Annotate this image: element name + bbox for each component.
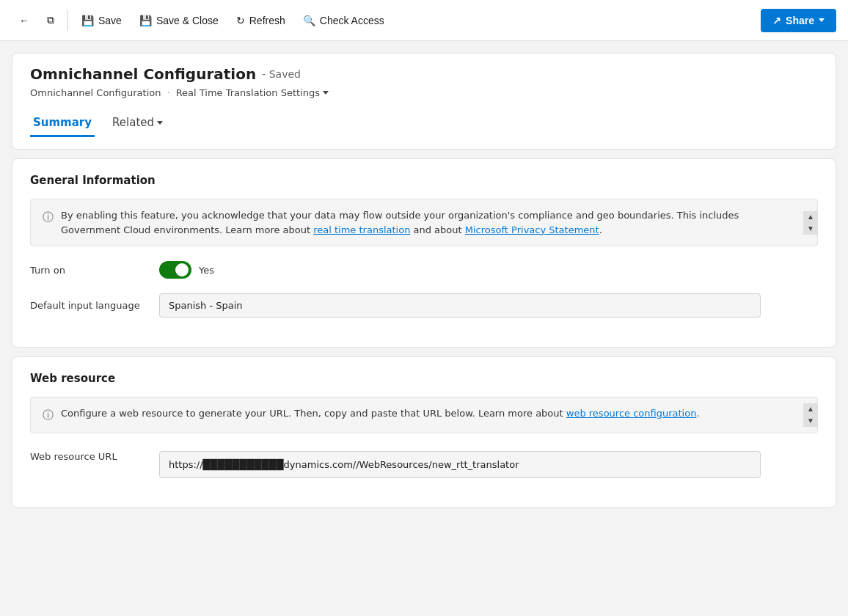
breadcrumb-item2: Real Time Translation Settings bbox=[176, 87, 320, 98]
default-language-label: Default input language bbox=[30, 300, 147, 311]
refresh-icon: ↻ bbox=[236, 15, 245, 26]
general-information-card: General Information ⓘ By enabling this f… bbox=[12, 158, 836, 348]
web-url-field-wrapper: https://███████████dynamics.com//WebReso… bbox=[159, 451, 761, 478]
web-url-label: Web resource URL bbox=[30, 451, 147, 462]
default-language-field[interactable]: Spanish - Spain bbox=[159, 293, 761, 318]
web-resource-info-box-wrapper: ⓘ Configure a web resource to generate y… bbox=[30, 397, 818, 433]
web-resource-config-link[interactable]: web resource configuration bbox=[566, 408, 697, 419]
real-time-translation-link[interactable]: real time translation bbox=[313, 224, 410, 235]
refresh-label: Refresh bbox=[249, 15, 285, 26]
web-info-text-end: . bbox=[696, 408, 699, 419]
info-text-end: . bbox=[599, 224, 602, 235]
web-resource-card: Web resource ⓘ Configure a web resource … bbox=[12, 356, 836, 508]
save-button[interactable]: 💾 Save bbox=[74, 10, 129, 31]
turn-on-row: Turn on Yes bbox=[30, 261, 818, 279]
save-close-label: Save & Close bbox=[156, 15, 219, 26]
breadcrumb-chevron-icon bbox=[323, 91, 329, 95]
info-scroll-buttons: ▲ ▼ bbox=[803, 199, 818, 246]
default-language-row: Default input language Spanish - Spain bbox=[30, 293, 818, 318]
web-url-value: https://███████████dynamics.com//WebReso… bbox=[169, 459, 519, 470]
main-content: Omnichannel Configuration - Saved Omnich… bbox=[0, 41, 848, 520]
share-label: Share bbox=[786, 15, 814, 26]
tab-summary-label: Summary bbox=[33, 116, 92, 129]
breadcrumb-dropdown[interactable]: Real Time Translation Settings bbox=[176, 87, 329, 98]
tabs: Summary Related bbox=[30, 110, 818, 137]
breadcrumb: Omnichannel Configuration · Real Time Tr… bbox=[30, 87, 818, 98]
web-url-field[interactable]: https://███████████dynamics.com//WebReso… bbox=[159, 451, 761, 478]
web-scroll-up-button[interactable]: ▲ bbox=[803, 403, 818, 415]
general-info-box: ⓘ By enabling this feature, you acknowle… bbox=[30, 199, 818, 246]
toggle-wrapper: Yes bbox=[159, 261, 214, 279]
tab-summary[interactable]: Summary bbox=[30, 110, 95, 137]
web-info-circle-icon: ⓘ bbox=[43, 407, 54, 424]
back-icon: ← bbox=[19, 15, 29, 26]
toggle-yes-label: Yes bbox=[199, 265, 214, 276]
saved-status: - Saved bbox=[262, 68, 301, 80]
web-scroll-buttons: ▲ ▼ bbox=[803, 397, 818, 433]
general-info-title: General Information bbox=[30, 174, 818, 187]
default-language-value: Spanish - Spain bbox=[169, 300, 243, 311]
check-access-label: Check Access bbox=[320, 15, 384, 26]
web-resource-title: Web resource bbox=[30, 372, 818, 385]
related-chevron-icon bbox=[157, 121, 163, 125]
info-text-mid: and about bbox=[410, 224, 464, 235]
toolbar: ← ⧉ 💾 Save 💾 Save & Close ↻ Refresh 🔍 Ch… bbox=[0, 0, 848, 41]
turn-on-toggle[interactable] bbox=[159, 261, 191, 279]
refresh-button[interactable]: ↻ Refresh bbox=[229, 10, 293, 31]
general-info-box-wrapper: ⓘ By enabling this feature, you acknowle… bbox=[30, 199, 818, 246]
save-icon: 💾 bbox=[81, 15, 94, 26]
new-window-icon: ⧉ bbox=[47, 14, 54, 26]
breadcrumb-separator: · bbox=[167, 87, 169, 98]
web-resource-info-box: ⓘ Configure a web resource to generate y… bbox=[30, 397, 818, 433]
web-url-row: Web resource URL https://███████████dyna… bbox=[30, 448, 818, 478]
check-access-icon: 🔍 bbox=[303, 15, 315, 26]
back-button[interactable]: ← bbox=[12, 10, 37, 31]
new-window-button[interactable]: ⧉ bbox=[40, 10, 62, 31]
share-button[interactable]: ↗ Share bbox=[761, 9, 836, 32]
scroll-down-button[interactable]: ▼ bbox=[803, 223, 818, 235]
web-resource-info-text: Configure a web resource to generate you… bbox=[61, 406, 700, 424]
web-info-text-plain: Configure a web resource to generate you… bbox=[61, 408, 566, 419]
save-close-button[interactable]: 💾 Save & Close bbox=[132, 10, 226, 31]
breadcrumb-item1: Omnichannel Configuration bbox=[30, 87, 161, 98]
general-info-text: By enabling this feature, you acknowledg… bbox=[61, 208, 795, 237]
header-card: Omnichannel Configuration - Saved Omnich… bbox=[12, 53, 836, 150]
privacy-statement-link[interactable]: Microsoft Privacy Statement bbox=[465, 224, 599, 235]
share-chevron-icon bbox=[819, 18, 825, 22]
toolbar-divider bbox=[67, 10, 68, 31]
scroll-up-button[interactable]: ▲ bbox=[803, 211, 818, 223]
web-scroll-down-button[interactable]: ▼ bbox=[803, 415, 818, 427]
page-title: Omnichannel Configuration bbox=[30, 65, 256, 83]
save-close-icon: 💾 bbox=[139, 15, 152, 26]
header-title-row: Omnichannel Configuration - Saved bbox=[30, 65, 818, 83]
save-label: Save bbox=[98, 15, 122, 26]
share-icon: ↗ bbox=[772, 15, 781, 26]
info-circle-icon: ⓘ bbox=[43, 209, 54, 237]
tab-related[interactable]: Related bbox=[109, 110, 166, 137]
check-access-button[interactable]: 🔍 Check Access bbox=[296, 10, 392, 31]
tab-related-label: Related bbox=[112, 116, 154, 129]
turn-on-label: Turn on bbox=[30, 265, 147, 276]
